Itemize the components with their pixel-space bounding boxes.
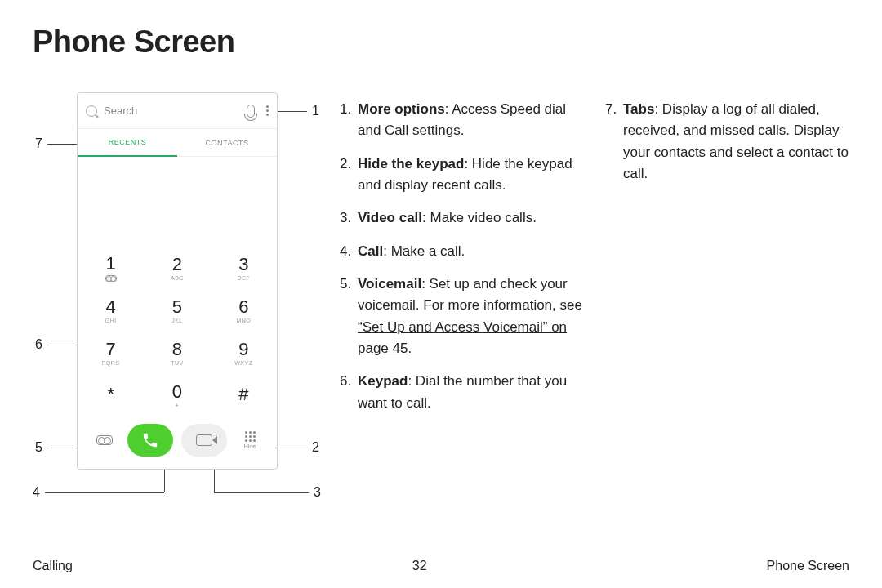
desc-item-2: 2. Hide the keypad: Hide the keypad and …	[340, 154, 584, 197]
voicemail-glyph-icon	[105, 275, 117, 282]
tab-recents: RECENTS	[78, 129, 177, 157]
desc-col-2: 7. Tabs: Display a log of all dialed, re…	[605, 99, 849, 509]
desc-item-1: 1. More options: Access Speed dial and C…	[340, 99, 584, 142]
callout-lead-1: 1	[278, 104, 323, 118]
key-5: 5JKL	[144, 289, 210, 332]
phone-mock: Search RECENTS CONTACTS 1 2ABC 3DEF 4GHI…	[77, 92, 278, 470]
footer-left: Calling	[33, 559, 73, 573]
key-7: 7PQRS	[78, 332, 144, 374]
key-2: 2ABC	[144, 247, 210, 289]
callout-lead-2: 2	[278, 440, 323, 455]
phone-icon	[141, 431, 159, 449]
key-3: 3DEF	[211, 247, 277, 289]
key-1: 1	[78, 247, 144, 289]
key-9: 9WXYZ	[211, 332, 277, 374]
voicemail-icon	[96, 435, 113, 445]
desc-item-4: 4. Call: Make a call.	[340, 241, 584, 262]
phone-blank-area	[78, 157, 277, 247]
page-footer: Calling 32 Phone Screen	[33, 559, 849, 573]
key-8: 8TUV	[144, 332, 210, 374]
callout-lead-5: 5	[33, 440, 77, 455]
call-button	[127, 424, 173, 457]
key-6: 6MNO	[211, 289, 277, 332]
voicemail-link[interactable]: “Set Up and Access Voicemail” on page 45	[358, 319, 567, 356]
more-options-icon	[266, 105, 269, 116]
video-icon	[196, 434, 212, 446]
key-0: 0+	[144, 374, 210, 416]
desc-item-6: 6. Keypad: Dial the number that you want…	[340, 371, 584, 414]
phone-keypad: 1 2ABC 3DEF 4GHI 5JKL 6MNO 7PQRS 8TUV 9W…	[78, 247, 277, 416]
phone-diagram: Search RECENTS CONTACTS 1 2ABC 3DEF 4GHI…	[33, 92, 323, 509]
voicemail-button	[90, 424, 119, 457]
desc-col-1: 1. More options: Access Speed dial and C…	[340, 99, 584, 509]
callout-lead-4: 4	[33, 485, 164, 500]
callout-lead-3: 3	[214, 485, 323, 500]
phone-search-bar: Search	[78, 93, 277, 129]
video-call-button	[181, 424, 227, 457]
callout-lead-6: 6	[33, 337, 77, 352]
footer-page-number: 32	[412, 559, 427, 573]
callout-stub-4	[164, 470, 165, 492]
hide-keypad-button: Hide	[235, 424, 265, 457]
mic-icon	[247, 105, 255, 118]
key-star: *	[78, 374, 144, 416]
desc-item-7: 7. Tabs: Display a log of all dialed, re…	[605, 99, 849, 185]
key-hash: #	[211, 374, 277, 416]
footer-right: Phone Screen	[767, 559, 849, 573]
desc-item-3: 3. Video call: Make video calls.	[340, 207, 584, 229]
content-row: Search RECENTS CONTACTS 1 2ABC 3DEF 4GHI…	[33, 92, 849, 509]
hide-label: Hide	[244, 443, 256, 449]
desc-item-5: 5. Voicemail: Set up and check your voic…	[340, 274, 584, 359]
phone-search-placeholder: Search	[104, 105, 247, 117]
key-4: 4GHI	[78, 289, 144, 332]
phone-tabs: RECENTS CONTACTS	[78, 129, 277, 157]
tab-contacts: CONTACTS	[177, 129, 277, 157]
search-icon	[86, 105, 97, 117]
keypad-grid-icon	[245, 431, 256, 442]
page-title: Phone Screen	[33, 24, 849, 60]
phone-action-row: Hide	[78, 416, 277, 469]
description-columns: 1. More options: Access Speed dial and C…	[340, 92, 849, 509]
callout-lead-7: 7	[33, 136, 77, 151]
